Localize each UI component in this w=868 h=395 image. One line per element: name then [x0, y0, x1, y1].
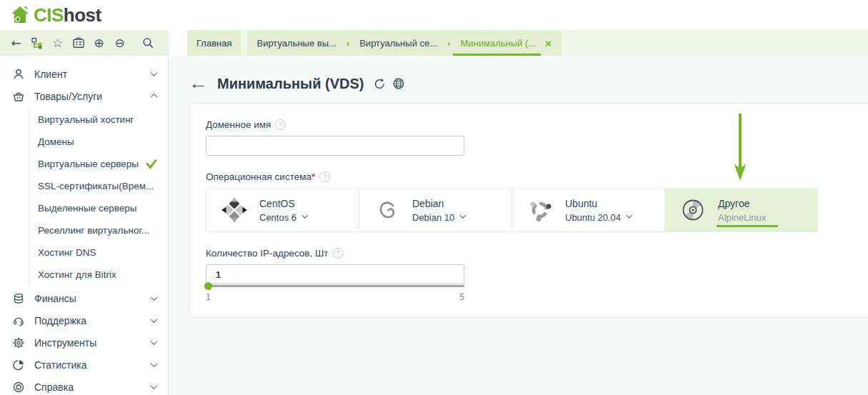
sidebar-subitem-bitrix[interactable]: Хостинг для Bitrix	[29, 264, 168, 286]
sidebar-subitem-domains[interactable]: Домены	[29, 131, 168, 153]
globe-icon	[392, 77, 405, 90]
tree-icon	[31, 36, 44, 49]
brand-name: CIShost	[34, 6, 101, 24]
os-version-label: AlpineLinux	[718, 212, 766, 223]
os-card-ubuntu[interactable]: Ubuntu Ubuntu 20.04	[512, 188, 665, 232]
os-card-other-selected[interactable]: Другое AlpineLinux	[664, 188, 818, 232]
sidebar-subitem-virtual-hosting[interactable]: Виртуальный хостинг	[29, 109, 168, 131]
sidebar-subitem-dns[interactable]: Хостинг DNS	[29, 241, 168, 264]
tree-view-button[interactable]	[26, 32, 47, 54]
page-back-button[interactable]: ←	[189, 76, 209, 91]
brand-name-dark: host	[64, 4, 101, 26]
os-name: Ubuntu	[565, 198, 632, 209]
back-icon: ←	[11, 36, 21, 50]
sidebar-item-support[interactable]: Поддержка	[0, 309, 168, 331]
star-icon: ☆	[52, 36, 63, 50]
back-button[interactable]: ←	[6, 32, 26, 54]
sidebar-subitem-virtual-servers[interactable]: Виртуальные серверы	[29, 153, 168, 175]
os-version-selected[interactable]: AlpineLinux	[718, 212, 766, 223]
sidebar-subitem-ssl[interactable]: SSL-сертификаты(Врем...	[29, 175, 168, 197]
subitem-label: Домены	[38, 136, 74, 147]
tab-home[interactable]: Главная	[187, 30, 241, 56]
tab-bar: Главная Виртуальные вы... › Виртуальный …	[187, 30, 868, 56]
chevron-down-icon	[460, 212, 466, 218]
os-card-text: Ubuntu Ubuntu 20.04	[565, 198, 632, 223]
sidebar-item-finance[interactable]: Финансы	[0, 287, 168, 309]
sidebar-item-products[interactable]: Товары/Услуги	[0, 85, 168, 107]
favorites-button[interactable]: ☆	[47, 32, 68, 54]
gear-icon	[11, 336, 26, 349]
os-card-text: CentOS Centos 6	[259, 198, 307, 223]
chevron-down-icon	[151, 294, 158, 301]
os-card-debian[interactable]: Debian Debian 10	[359, 188, 512, 232]
page-header-actions	[374, 77, 405, 90]
domain-field-label: Доменное имя ?	[206, 119, 851, 129]
required-asterisk: *	[311, 171, 315, 182]
help-icon[interactable]: ?	[333, 248, 344, 259]
sidebar-item-label: Поддержка	[34, 315, 86, 326]
os-version-dropdown[interactable]: Ubuntu 20.04	[565, 212, 632, 223]
help-icon[interactable]: ?	[275, 119, 286, 130]
details-button[interactable]	[68, 32, 89, 54]
sidebar-item-label: Клиент	[34, 69, 67, 80]
chevron-down-icon	[151, 316, 158, 323]
ip-count-label: Количество IP-адресов, Шт ?	[206, 248, 851, 258]
headset-icon	[11, 314, 26, 327]
os-name: Другое	[718, 198, 766, 209]
sidebar-item-label: Справка	[34, 381, 74, 393]
tab-virtual-dedicated[interactable]: Виртуальные вы...	[247, 30, 345, 56]
os-card-centos[interactable]: CentOS Centos 6	[206, 188, 359, 232]
products-submenu: Виртуальный хостинг Домены Виртуальные с…	[29, 109, 168, 286]
slider-max-label: 5	[459, 292, 464, 302]
ip-slider-track[interactable]	[206, 285, 464, 287]
os-version-label: Centos 6	[259, 212, 296, 223]
left-arrow-icon: ←	[189, 74, 209, 92]
basket-icon	[11, 90, 26, 103]
os-version-label: Debian 10	[412, 212, 454, 223]
brand-logo[interactable]: CIShost	[10, 5, 101, 25]
sidebar: Клиент Товары/Услуги Виртуа	[0, 56, 168, 395]
os-card-text: Другое AlpineLinux	[718, 198, 766, 223]
chevron-down-icon	[302, 212, 308, 218]
person-icon	[11, 68, 26, 81]
sidebar-subitem-dedicated[interactable]: Выделенные серверы	[29, 197, 168, 219]
sidebar-item-help[interactable]: Справка	[0, 376, 168, 395]
sidebar-item-statistics[interactable]: Статистика	[0, 354, 168, 376]
search-button[interactable]	[137, 32, 158, 54]
zoom-out-button[interactable]: ⊖	[109, 32, 130, 54]
tab-virtual-server[interactable]: Виртуальный се...	[350, 30, 447, 56]
minus-circle-icon: ⊖	[114, 36, 124, 50]
subitem-label: Хостинг DNS	[38, 247, 96, 258]
tab-minimal-active[interactable]: Минимальный (...	[451, 30, 541, 56]
language-button[interactable]	[392, 77, 405, 90]
tab-label: Виртуальный се...	[359, 38, 437, 49]
sidebar-item-tools[interactable]: Инструменты	[0, 331, 168, 354]
os-version-dropdown[interactable]: Debian 10	[412, 212, 465, 223]
subitem-label: Выделенные серверы	[38, 203, 136, 214]
order-form-panel: Доменное имя ? Операционная система* ?	[189, 103, 868, 318]
help-icon[interactable]: ?	[319, 171, 330, 182]
os-field-label: Операционная система* ?	[206, 171, 851, 181]
os-version-dropdown[interactable]: Centos 6	[259, 212, 307, 223]
debian-logo-icon	[373, 196, 401, 224]
zoom-in-button[interactable]: ⊕	[89, 32, 109, 54]
ip-slider-labels: 1 5	[206, 292, 464, 302]
chevron-down-icon	[627, 212, 632, 218]
label-text: Доменное имя	[206, 119, 271, 130]
sidebar-item-label: Товары/Услуги	[34, 91, 102, 102]
sidebar-item-client[interactable]: Клиент	[0, 63, 168, 85]
top-header: CIShost	[0, 0, 868, 30]
tab-label: Главная	[196, 38, 231, 49]
refresh-button[interactable]	[374, 78, 386, 90]
tab-label: Минимальный (...	[460, 38, 536, 49]
tab-close-icon[interactable]: ×	[541, 30, 562, 56]
subitem-label: Виртуальные серверы	[38, 159, 139, 169]
house-logo-icon	[10, 5, 30, 25]
domain-input[interactable]	[206, 136, 464, 156]
sidebar-subitem-reselling[interactable]: Реселлинг виртуальног...	[29, 219, 168, 241]
ip-count-value[interactable]: 1	[206, 264, 464, 284]
page-title: Минимальный (VDS)	[217, 76, 364, 92]
pie-chart-icon	[11, 359, 26, 371]
tab-label: Виртуальные вы...	[256, 38, 336, 49]
ip-slider-handle[interactable]	[204, 282, 212, 290]
